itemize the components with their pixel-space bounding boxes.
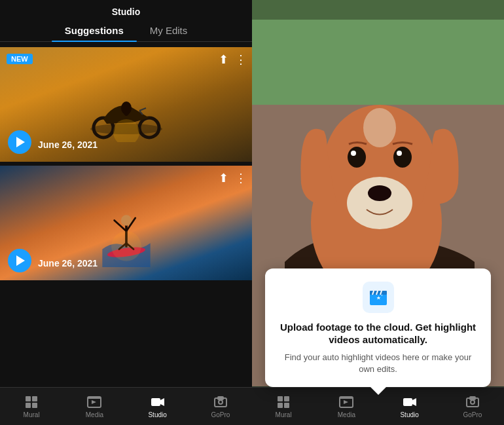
svg-point-12 (111, 231, 141, 261)
header: Studio Suggestions My Edits (0, 0, 252, 42)
svg-point-51 (471, 400, 475, 404)
svg-point-33 (351, 151, 356, 156)
right-panel: Upload footage to the cloud. Get highlig… (252, 0, 504, 425)
card-date-moto: June 26, 2021 (38, 139, 98, 150)
video-card-surf[interactable]: ⬆ ⋮ June 26, 2021 (0, 166, 252, 280)
tab-my-edits[interactable]: My Edits (137, 21, 201, 41)
svg-point-29 (347, 177, 412, 229)
svg-rect-19 (151, 398, 160, 406)
nav-studio-label-left: Studio (148, 411, 166, 418)
popup-icon (363, 282, 394, 313)
svg-rect-13 (26, 396, 31, 401)
svg-point-31 (348, 147, 366, 168)
media-icon-right (338, 394, 354, 410)
share-icon-moto[interactable]: ⬆ (219, 52, 228, 67)
nav-gopro-left[interactable]: GoPro (189, 388, 252, 425)
svg-rect-14 (32, 396, 37, 401)
card-icons-moto: ⬆ ⋮ (219, 52, 247, 67)
nav-mural-left[interactable]: Mural (0, 388, 63, 425)
new-badge: NEW (7, 54, 33, 64)
nav-studio-right[interactable]: Studio (378, 388, 441, 425)
popup-subtitle: Find your auto highlight videos here or … (277, 352, 479, 375)
svg-rect-42 (278, 396, 283, 401)
upload-tooltip-popup: Upload footage to the cloud. Get highlig… (265, 268, 491, 387)
more-icon-surf[interactable]: ⋮ (235, 171, 247, 185)
gopro-icon (213, 394, 228, 410)
svg-rect-16 (32, 403, 37, 408)
mural-icon (24, 394, 39, 410)
svg-rect-47 (340, 397, 353, 399)
clapperboard-icon (369, 288, 388, 306)
card-icons-surf: ⬆ ⋮ (219, 171, 247, 185)
svg-rect-37 (370, 293, 387, 305)
more-icon-moto[interactable]: ⋮ (235, 52, 247, 67)
share-icon-surf[interactable]: ⬆ (219, 171, 228, 185)
svg-point-35 (363, 108, 396, 147)
studio-icon-right (402, 394, 418, 410)
tabs: Suggestions My Edits (0, 21, 252, 42)
nav-studio-left[interactable]: Studio (126, 388, 189, 425)
studio-title: Studio (0, 7, 252, 17)
card-date-surf: June 26, 2021 (38, 258, 98, 268)
svg-point-32 (393, 147, 412, 168)
svg-point-30 (368, 185, 391, 201)
play-button-surf[interactable] (8, 249, 31, 272)
gopro-icon-right (465, 394, 480, 410)
svg-rect-44 (278, 403, 283, 408)
nav-studio-label-right: Studio (400, 411, 418, 418)
nav-mural-label-left: Mural (24, 411, 40, 418)
nav-media-label-right: Media (338, 411, 355, 418)
nav-media-right[interactable]: Media (315, 388, 378, 425)
svg-point-34 (397, 151, 402, 156)
video-list: NEW ⬆ ⋮ June 26, 2021 (0, 42, 252, 387)
moto-silhouette (87, 96, 166, 142)
left-bottom-nav: Mural Media Studio GoPro (0, 387, 252, 425)
surf-silhouette (100, 195, 153, 267)
svg-rect-48 (403, 398, 412, 406)
nav-media-label-left: Media (86, 411, 103, 418)
svg-point-22 (219, 400, 223, 404)
tab-suggestions[interactable]: Suggestions (52, 21, 137, 41)
svg-rect-36 (252, 0, 504, 20)
left-panel: Studio Suggestions My Edits (0, 0, 252, 425)
nav-mural-right[interactable]: Mural (252, 388, 315, 425)
svg-rect-45 (284, 403, 289, 408)
video-card-moto[interactable]: NEW ⬆ ⋮ June 26, 2021 (0, 47, 252, 162)
svg-rect-15 (26, 403, 31, 408)
nav-gopro-label-left: GoPro (211, 411, 230, 418)
play-button-moto[interactable] (8, 130, 31, 154)
svg-rect-43 (284, 396, 289, 401)
nav-gopro-label-right: GoPro (463, 411, 482, 418)
studio-icon-left (150, 394, 166, 410)
nav-media-left[interactable]: Media (63, 388, 126, 425)
nav-mural-label-right: Mural (276, 411, 292, 418)
svg-rect-18 (88, 397, 101, 399)
mural-icon-right (276, 394, 291, 410)
media-icon (86, 394, 102, 410)
popup-title: Upload footage to the cloud. Get highlig… (277, 321, 479, 346)
nav-gopro-right[interactable]: GoPro (441, 388, 504, 425)
